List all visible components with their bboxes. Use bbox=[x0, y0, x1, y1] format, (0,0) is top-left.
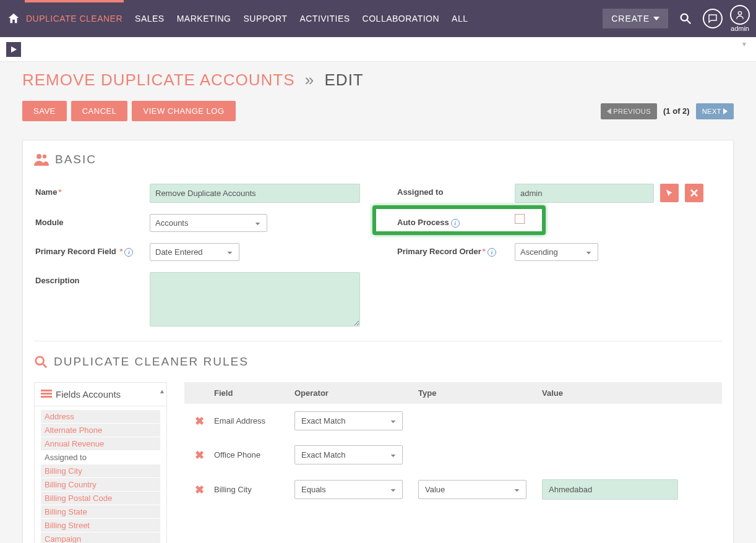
breadcrumb-sep: » bbox=[305, 71, 314, 89]
cancel-button[interactable]: CANCEL bbox=[71, 101, 128, 121]
svg-rect-9 bbox=[41, 390, 52, 391]
breadcrumb-current: EDIT bbox=[325, 71, 364, 89]
assigned-to-field[interactable] bbox=[515, 184, 654, 203]
label-primary-record-field: Primary Record Field *i bbox=[35, 243, 150, 257]
breadcrumb-link[interactable]: REMOVE DUPLICATE ACCOUNTS bbox=[22, 71, 295, 89]
rule-operator-select[interactable]: Exact Match bbox=[294, 445, 403, 464]
rule-value-input[interactable] bbox=[542, 479, 678, 500]
fields-list[interactable]: AddressAlternate PhoneAnnual RevenueAssi… bbox=[35, 406, 166, 543]
col-operator: Operator bbox=[294, 388, 418, 398]
basic-header-label: BASIC bbox=[55, 153, 97, 166]
nav-activities[interactable]: ACTIVITIES bbox=[299, 14, 350, 24]
previous-label: PREVIOUS bbox=[613, 108, 651, 115]
label-auto-process: Auto Processi bbox=[397, 214, 515, 228]
field-item[interactable]: Billing Postal Code bbox=[41, 492, 160, 505]
save-button[interactable]: SAVE bbox=[22, 101, 67, 121]
label-description: Description bbox=[35, 272, 150, 285]
primary-record-order-select[interactable]: Ascending bbox=[515, 243, 598, 261]
delete-rule-button[interactable]: ✖ bbox=[184, 483, 214, 497]
chevron-down-icon[interactable]: ▼ bbox=[741, 41, 747, 48]
delete-rule-button[interactable]: ✖ bbox=[184, 448, 214, 462]
col-field: Field bbox=[214, 388, 294, 398]
create-button[interactable]: CREATE bbox=[603, 9, 668, 28]
user-label: admin bbox=[731, 25, 749, 32]
chevron-left-icon bbox=[607, 108, 611, 114]
pager: PREVIOUS (1 of 2) NEXT bbox=[601, 103, 734, 119]
delete-rule-button[interactable]: ✖ bbox=[184, 414, 214, 428]
module-select[interactable]: Accounts bbox=[150, 214, 267, 232]
list-icon bbox=[41, 390, 52, 400]
nav-all[interactable]: ALL bbox=[452, 14, 468, 24]
svg-point-2 bbox=[738, 12, 741, 15]
field-item[interactable]: Billing Street bbox=[41, 519, 160, 532]
field-item[interactable]: Annual Revenue bbox=[41, 437, 160, 450]
rule-type-select[interactable]: Value bbox=[418, 480, 526, 499]
rules-table: Field Operator Type Value ✖Email Address… bbox=[184, 382, 722, 507]
secondary-bar: ▼ bbox=[0, 37, 756, 62]
nav-support[interactable]: SUPPORT bbox=[243, 14, 287, 24]
chat-icon[interactable] bbox=[703, 9, 723, 28]
field-item[interactable]: Campaign bbox=[41, 532, 160, 543]
action-row: SAVE CANCEL VIEW CHANGE LOG PREVIOUS (1 … bbox=[22, 101, 734, 121]
rule-field-label: Office Phone bbox=[214, 450, 294, 460]
nav-collaboration[interactable]: COLLABORATION bbox=[363, 14, 440, 24]
rules-header-label: DUPLICATE CLEANER RULES bbox=[54, 355, 249, 369]
info-icon[interactable]: i bbox=[451, 219, 460, 228]
rules-table-head: Field Operator Type Value bbox=[184, 382, 722, 404]
rule-operator-select[interactable]: Exact Match bbox=[294, 411, 403, 430]
info-icon[interactable]: i bbox=[124, 248, 133, 257]
nav-items: DUPLICATE CLEANER SALES MARKETING SUPPOR… bbox=[26, 14, 468, 24]
field-item[interactable]: Billing Country bbox=[41, 478, 160, 491]
nav-sales[interactable]: SALES bbox=[135, 14, 165, 24]
play-icon[interactable] bbox=[6, 42, 21, 57]
svg-point-0 bbox=[681, 14, 688, 21]
magnifier-icon bbox=[34, 355, 48, 369]
field-item[interactable]: Address bbox=[41, 410, 160, 423]
basic-header: BASIC bbox=[34, 153, 722, 166]
cursor-icon bbox=[665, 189, 674, 197]
next-button[interactable]: NEXT bbox=[696, 103, 734, 119]
top-nav: DUPLICATE CLEANER SALES MARKETING SUPPOR… bbox=[0, 0, 756, 37]
svg-line-1 bbox=[687, 20, 691, 24]
rules-body: ▲ Fields Accounts AddressAlternate Phone… bbox=[34, 382, 722, 543]
rule-operator-select[interactable]: Equals bbox=[294, 480, 403, 499]
rule-row: ✖Email AddressExact Match bbox=[184, 404, 722, 438]
nav-duplicate-cleaner[interactable]: DUPLICATE CLEANER bbox=[26, 14, 122, 24]
rule-row: ✖Billing CityEqualsValue bbox=[184, 472, 722, 507]
page-title: REMOVE DUPLICATE ACCOUNTS » EDIT bbox=[22, 71, 734, 90]
field-item[interactable]: Billing City bbox=[41, 464, 160, 477]
page-content: REMOVE DUPLICATE ACCOUNTS » EDIT SAVE CA… bbox=[0, 62, 756, 543]
svg-point-4 bbox=[43, 155, 46, 158]
user-menu[interactable]: admin bbox=[730, 5, 750, 32]
fields-panel: ▲ Fields Accounts AddressAlternate Phone… bbox=[34, 382, 167, 543]
clear-user-button[interactable] bbox=[685, 184, 703, 202]
auto-process-checkbox[interactable] bbox=[515, 214, 525, 224]
rule-row: ✖Office PhoneExact Match bbox=[184, 438, 722, 472]
select-user-button[interactable] bbox=[660, 184, 679, 202]
info-icon[interactable]: i bbox=[488, 248, 496, 257]
rule-field-label: Billing City bbox=[214, 485, 294, 494]
search-icon[interactable] bbox=[676, 9, 695, 28]
view-change-log-button[interactable]: VIEW CHANGE LOG bbox=[132, 101, 235, 121]
name-field[interactable] bbox=[150, 184, 360, 203]
primary-record-field-select[interactable]: Date Entered bbox=[150, 243, 239, 261]
label-assigned-to: Assigned to bbox=[397, 184, 515, 197]
create-label: CREATE bbox=[611, 14, 650, 24]
col-value: Value bbox=[542, 388, 684, 398]
label-name: Name* bbox=[35, 184, 150, 197]
svg-point-3 bbox=[37, 154, 41, 159]
home-icon[interactable] bbox=[6, 11, 21, 26]
description-field[interactable] bbox=[150, 272, 360, 327]
col-type: Type bbox=[418, 388, 542, 398]
nav-marketing[interactable]: MARKETING bbox=[177, 14, 231, 24]
svg-line-8 bbox=[43, 364, 47, 368]
next-label: NEXT bbox=[702, 108, 721, 115]
active-tab-indicator bbox=[25, 0, 124, 2]
previous-button[interactable]: PREVIOUS bbox=[601, 103, 657, 119]
scroll-up-icon[interactable]: ▲ bbox=[159, 388, 165, 395]
pager-position: (1 of 2) bbox=[663, 106, 690, 116]
field-item[interactable]: Alternate Phone bbox=[41, 424, 160, 437]
field-item[interactable]: Billing State bbox=[41, 505, 160, 518]
svg-point-7 bbox=[36, 357, 44, 365]
basic-form: Name* Assigned to Module Accounts bbox=[34, 184, 722, 341]
